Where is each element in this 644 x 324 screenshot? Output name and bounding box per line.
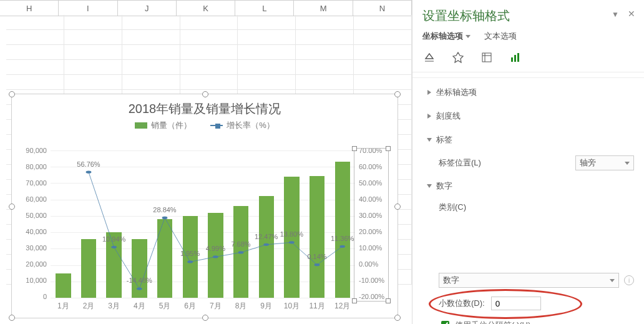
chart-legend[interactable]: 销量（件） 增长率（%） — [12, 120, 398, 131]
pane-header: 设置坐标轴格式 ▼ ✕ — [412, 0, 644, 26]
x-tick: 3月 — [101, 301, 127, 312]
column-header[interactable]: M — [294, 1, 353, 16]
svg-point-8 — [289, 241, 295, 243]
legend-line-icon — [210, 125, 223, 126]
expander-icon — [427, 90, 431, 95]
data-label[interactable]: 4.99% — [206, 245, 225, 252]
resize-handle-ne[interactable] — [394, 91, 401, 97]
svg-rect-14 — [514, 55, 516, 62]
x-axis[interactable]: 1月2月3月4月5月6月7月8月9月10月11月12月 — [51, 301, 355, 312]
data-label[interactable]: 0.14% — [307, 253, 326, 260]
plot-area[interactable]: 010,00020,00030,00040,00050,00060,00070,… — [21, 150, 389, 297]
chevron-down-icon — [610, 279, 615, 282]
legend-bar-label: 销量（件） — [151, 120, 192, 131]
svg-point-1 — [111, 246, 117, 248]
expander-icon — [427, 184, 432, 188]
expander-icon — [427, 138, 432, 142]
chart-object[interactable]: 2018年销量及销量增长情况 销量（件） 增长率（%） 010,00020,00… — [11, 94, 398, 318]
pane-body: 坐标轴选项 刻度线 标签 标签位置(L) 轴旁 数字 — [412, 72, 644, 324]
resize-handle-nw[interactable] — [9, 91, 15, 97]
svg-rect-15 — [517, 53, 519, 62]
size-icon[interactable] — [480, 51, 494, 64]
row-label-position: 标签位置(L) 轴旁 — [439, 152, 634, 174]
decimal-label: 小数位数(D): — [439, 298, 485, 309]
checkbox-input[interactable] — [441, 321, 449, 324]
x-tick: 7月 — [203, 301, 228, 312]
data-label[interactable]: -14.48% — [127, 277, 152, 284]
section-numbers[interactable]: 数字 — [427, 174, 634, 198]
data-label[interactable]: 13.80% — [280, 230, 303, 238]
chevron-down-icon — [625, 162, 630, 165]
label-position-label: 标签位置(L) — [439, 157, 507, 169]
column-header[interactable]: J — [118, 1, 177, 16]
primary-y-axis[interactable]: 010,00020,00030,00040,00050,00060,00070,… — [21, 150, 49, 297]
close-icon[interactable]: ✕ — [628, 9, 635, 19]
column-header[interactable]: I — [59, 1, 117, 16]
resize-handle-s[interactable] — [202, 315, 208, 321]
svg-point-0 — [86, 171, 92, 174]
category-label: 类别(C) — [439, 202, 634, 270]
selected-axis-indicator — [354, 148, 389, 302]
y-left-tick: 80,000 — [26, 163, 47, 170]
y-left-tick: 40,000 — [26, 228, 47, 235]
section-labels[interactable]: 标签 — [427, 128, 634, 152]
x-tick: 10月 — [279, 301, 305, 312]
data-label[interactable]: 7.68% — [231, 240, 250, 248]
column-header[interactable]: N — [353, 1, 412, 16]
x-tick: 12月 — [329, 301, 355, 312]
svg-point-7 — [263, 243, 269, 246]
data-label[interactable]: 56.76% — [77, 160, 100, 168]
fill-icon[interactable] — [422, 51, 436, 64]
data-label[interactable]: 28.84% — [153, 206, 176, 214]
axis-chart-icon[interactable] — [509, 51, 522, 64]
column-header[interactable]: H — [0, 1, 59, 16]
effects-icon[interactable] — [451, 51, 465, 64]
y-left-tick: 60,000 — [26, 195, 47, 203]
resize-handle-w[interactable] — [9, 204, 15, 210]
resize-handle-n[interactable] — [202, 91, 208, 97]
y-left-tick: 20,000 — [26, 260, 47, 268]
svg-point-3 — [162, 217, 168, 219]
x-tick: 6月 — [177, 301, 203, 312]
resize-handle-sw[interactable] — [9, 315, 15, 321]
section-ticks[interactable]: 刻度线 — [427, 104, 634, 128]
svg-rect-12 — [482, 53, 491, 62]
legend-line-label: 增长率（%） — [227, 120, 275, 131]
y-left-tick: 10,000 — [26, 277, 47, 284]
column-headers: HIJKLMN — [0, 0, 412, 16]
resize-handle-se[interactable] — [394, 315, 401, 321]
expander-icon — [427, 114, 431, 119]
column-header[interactable]: K — [177, 1, 235, 16]
svg-point-10 — [339, 245, 345, 248]
svg-marker-11 — [453, 52, 463, 62]
line-series[interactable] — [51, 150, 355, 298]
label-position-select[interactable]: 轴旁 — [575, 155, 634, 170]
y-left-tick: 30,000 — [26, 244, 47, 252]
svg-point-9 — [315, 263, 320, 266]
svg-rect-13 — [511, 57, 513, 62]
x-tick: 1月 — [51, 301, 76, 312]
column-header[interactable]: L — [235, 1, 294, 16]
thousand-separator-checkbox[interactable]: 使用千位分隔符(,)(U) — [439, 315, 634, 324]
svg-point-6 — [238, 251, 244, 253]
data-label[interactable]: 1.95% — [180, 250, 200, 257]
svg-point-4 — [187, 260, 193, 263]
data-label[interactable]: 12.47% — [255, 233, 278, 240]
chart-title[interactable]: 2018年销量及销量增长情况 — [12, 94, 398, 120]
section-axis-options[interactable]: 坐标轴选项 — [427, 81, 634, 104]
tab-text-options[interactable]: 文本选项 — [484, 31, 517, 42]
x-tick: 4月 — [127, 301, 152, 312]
pane-dropdown-icon[interactable]: ▼ — [612, 10, 619, 19]
category-select[interactable]: 数字 — [439, 273, 619, 288]
x-tick: 2月 — [76, 301, 102, 312]
decimal-input[interactable] — [491, 297, 541, 310]
data-label[interactable]: 10.94% — [102, 235, 125, 243]
info-icon[interactable]: i — [624, 275, 634, 285]
y-left-tick: 0 — [43, 293, 47, 300]
worksheet-area: HIJKLMN 2018年销量及销量增长情况 销量（件） 增长率（%） 010,… — [0, 0, 412, 324]
pane-tool-strip — [412, 46, 644, 72]
data-label[interactable]: 11.36% — [331, 235, 354, 242]
resize-handle-e[interactable] — [394, 204, 401, 210]
tab-axis-options[interactable]: 坐标轴选项 — [422, 31, 471, 42]
legend-bar-icon — [135, 122, 147, 129]
